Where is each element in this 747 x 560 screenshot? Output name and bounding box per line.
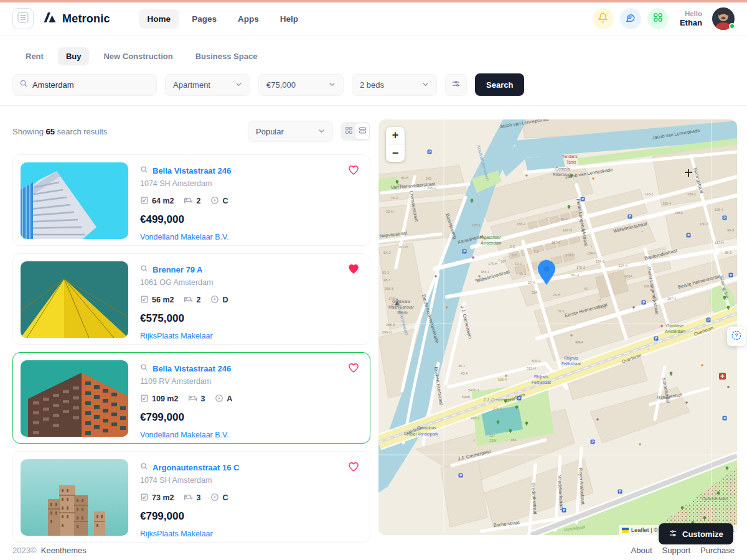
parking-icon: P: [654, 337, 659, 341]
energy-value: C: [222, 493, 228, 502]
nav-home[interactable]: Home: [139, 9, 180, 29]
chat-button[interactable]: [620, 8, 641, 29]
help-button[interactable]: ?: [727, 327, 746, 346]
logo[interactable]: Metronic: [42, 10, 110, 27]
svg-text:52-1: 52-1: [382, 271, 389, 274]
ukraine-flag-icon: [622, 528, 629, 533]
favorite-button[interactable]: [347, 263, 360, 277]
property-card[interactable]: Bella Vistastraat 246 1109 RV Amsterdam …: [12, 352, 370, 444]
agent-link[interactable]: RijksPlaats Makelaar: [140, 530, 213, 538]
favorite-button[interactable]: [347, 164, 360, 178]
svg-text:Yogaschool: Yogaschool: [479, 235, 500, 240]
avatar[interactable]: [712, 7, 735, 30]
favorite-button[interactable]: [347, 362, 360, 376]
svg-text:245-2: 245-2: [427, 186, 436, 190]
apps-grid-button[interactable]: [12, 8, 34, 29]
parking-icon: P: [618, 490, 622, 494]
svg-text:Hotel Vondelpark: Hotel Vondelpark: [407, 432, 438, 437]
svg-text:Feithstraat: Feithstraat: [532, 380, 551, 385]
advanced-filters-button[interactable]: [445, 74, 467, 96]
search-button[interactable]: Search: [475, 73, 524, 96]
sort-select[interactable]: Popular: [248, 121, 333, 142]
nav-pages[interactable]: Pages: [183, 9, 225, 29]
hospital-icon: [719, 373, 726, 380]
dots-grid-icon: [17, 12, 29, 26]
svg-text:Amsterdam: Amsterdam: [664, 329, 686, 334]
agent-link[interactable]: Vondelland Makelaar B.V.: [140, 233, 229, 241]
footer-link-support[interactable]: Support: [662, 546, 691, 555]
notifications-button[interactable]: [593, 8, 614, 29]
svg-text:48-3: 48-3: [383, 278, 390, 282]
svg-text:287-4: 287-4: [667, 297, 676, 301]
location-search-field[interactable]: [12, 74, 157, 96]
property-type-select[interactable]: Apartment: [165, 74, 250, 96]
footer-link-purchase[interactable]: Purchase: [700, 546, 735, 555]
svg-text:P: P: [459, 474, 462, 477]
property-card[interactable]: Bella Vistastraat 246 1074 SH Amsterdam …: [12, 154, 370, 246]
quick-links-button[interactable]: [647, 8, 669, 29]
property-address: 1074 SH Amsterdam: [140, 179, 231, 188]
map-canvas[interactable]: Van RensselaerstraatNepveustraatCrynssen…: [378, 119, 737, 535]
list-view-button[interactable]: [355, 123, 369, 139]
svg-text:242: 242: [426, 177, 431, 180]
property-photo: [21, 261, 128, 338]
svg-text:Tandarts: Tandarts: [562, 154, 578, 159]
search-icon: [140, 264, 148, 275]
svg-text:Rhijnvis: Rhijnvis: [534, 375, 549, 380]
property-address: 1074 SH Amsterdam: [140, 476, 239, 485]
property-card[interactable]: Argonautenstraat 16 C 1074 SH Amsterdam …: [12, 451, 370, 543]
property-title-link[interactable]: Bella Vistastraat 246: [153, 166, 231, 175]
bed-icon: [184, 294, 193, 306]
svg-text:23Y: 23Y: [489, 434, 496, 437]
svg-text:Oprichtersbán: Oprichtersbán: [702, 497, 728, 502]
svg-text:43-4: 43-4: [461, 371, 467, 375]
top-progress-bar: [0, 0, 747, 2]
tab-business-space[interactable]: Business Space: [187, 47, 266, 65]
svg-text:544B: 544B: [462, 395, 470, 399]
tab-buy[interactable]: Buy: [58, 47, 90, 65]
location-input[interactable]: [32, 80, 150, 90]
svg-text:22-H: 22-H: [386, 210, 393, 213]
zoom-in-button[interactable]: +: [386, 127, 405, 144]
main-nav: Home Pages Apps Help: [139, 9, 307, 29]
bell-icon: [598, 12, 608, 26]
parking-icon: P: [687, 233, 691, 238]
svg-text:P: P: [642, 301, 645, 304]
results-toolbar: Showing 65 search results Popular: [12, 121, 370, 142]
listing-type-tabs: Rent Buy New Construction Business Space: [17, 47, 265, 65]
property-photo: [21, 459, 128, 536]
tab-rent[interactable]: Rent: [17, 47, 52, 65]
map[interactable]: Van RensselaerstraatNepveustraatCrynssen…: [378, 119, 737, 535]
svg-text:206-H: 206-H: [644, 284, 653, 288]
svg-text:Cornelis: Cornelis: [555, 167, 571, 171]
property-card[interactable]: Brenner 79 A 1061 OG Amsterdam 56 m2 2 D…: [12, 253, 370, 345]
svg-text:39-1: 39-1: [458, 364, 465, 368]
svg-text:275-3: 275-3: [391, 303, 400, 307]
svg-text:18A: 18A: [510, 438, 517, 442]
svg-text:178-1: 178-1: [472, 223, 481, 227]
property-title-link[interactable]: Bella Vistastraat 246: [153, 364, 231, 373]
beds-select[interactable]: 2 beds: [352, 74, 437, 96]
zoom-out-button[interactable]: −: [386, 144, 405, 162]
property-price: €575,000: [140, 312, 228, 325]
property-price: €799,000: [140, 510, 239, 523]
parking-icon: P: [723, 216, 727, 220]
customize-button[interactable]: Customize: [659, 523, 733, 544]
nav-help[interactable]: Help: [271, 9, 307, 29]
parking-icon: P: [628, 215, 632, 219]
grid-view-button[interactable]: [342, 123, 355, 139]
svg-text:268-3: 268-3: [385, 287, 393, 291]
footer-link-about[interactable]: About: [631, 546, 652, 555]
area-icon: [140, 196, 149, 207]
agent-link[interactable]: RijksPlaats Makelaar: [140, 332, 213, 340]
price-select[interactable]: €75,000: [258, 74, 344, 96]
tab-new-construction[interactable]: New Construction: [95, 47, 181, 65]
property-title-link[interactable]: Brenner 79 A: [153, 265, 202, 274]
agent-link[interactable]: Vondelland Makelaar B.V.: [140, 431, 229, 439]
area-icon: [140, 493, 149, 503]
chat-bubble-icon: [625, 12, 636, 26]
property-title-link[interactable]: Argonautenstraat 16 C: [153, 463, 239, 472]
nav-apps[interactable]: Apps: [229, 9, 268, 29]
svg-text:130-3: 130-3: [700, 222, 708, 226]
favorite-button[interactable]: [347, 460, 360, 475]
